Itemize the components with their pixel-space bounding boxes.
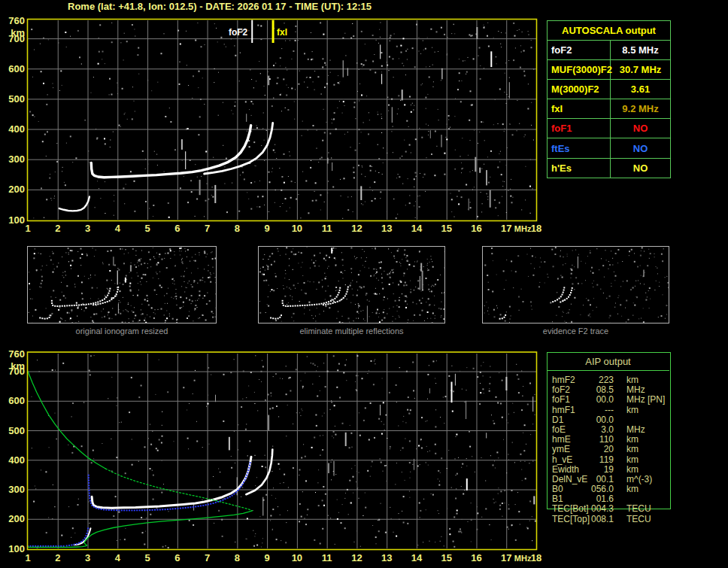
x-tick-label: 18 [531,552,541,563]
aip-row-B0: B0056.0km [548,484,670,494]
parameter-unit: MHz [626,394,645,405]
y-tick-label: 200 [8,184,25,195]
parameter-name: foE [552,424,566,435]
parameter-unit: m^(-3) [626,474,652,484]
y-axis-unit-label: km [11,360,25,372]
parameter-name: hmE [552,434,571,445]
thumb-series-F2-ordinary-trace [51,288,111,307]
parameter-unit: km [626,454,639,465]
parameter-unit: TECU [626,514,651,524]
x-tick-label: 6 [174,552,180,563]
aip-table-title: AIP output [547,352,669,371]
parameter-name: foF1 [552,394,570,405]
thumbnail-caption-reflections: eliminate multiple reflections [258,327,445,336]
parameter-value: NO [611,138,670,157]
x-tick-label: 2 [55,552,60,563]
parameter-value: --- [579,405,614,415]
y-tick-label: 600 [8,63,25,74]
aip-row-DelN_vE: DelN_vE00.1m^(-3) [548,474,670,484]
parameter-unit: km [626,375,639,385]
parameter-name: ymE [552,444,570,454]
aip-row-foF2: foF208.5MHz [548,384,670,394]
autoscala-row-M(3000)F2: M(3000)F23.61 [548,80,670,99]
parameter-name: MUF(3000)F2 [548,60,611,79]
thumb-series-E-trace [270,314,282,320]
x-tick-label: 11 [322,552,332,563]
noise-layer [29,248,216,323]
y-tick-label: 400 [8,454,25,466]
series-F2-ordinary-trace [92,457,251,508]
parameter-value: 008.1 [579,514,614,524]
parameter-value: 20 [579,444,614,454]
parameter-unit: MHz [626,384,645,395]
thumb-series-F2-ordinary-trace [282,287,341,307]
parameter-name: Ewidth [552,464,579,475]
x-tick-label: 3 [85,223,90,234]
parameter-value: 056.0 [579,484,614,494]
aip-row-hmF1: hmF1---km [548,405,670,415]
x-tick-label: 1 [25,223,30,234]
autoscala-row-ftEs: ftEsNO [548,138,670,158]
aip-row-hmE: hmE110km [548,434,670,444]
autoscala-row-fxI: fxI9.2 MHz [548,99,670,119]
y-tick-label: 100 [8,543,25,554]
y-tick-label: 300 [8,153,25,165]
x-tick-label: 9 [265,223,270,234]
parameter-value: NO [611,119,670,138]
aip-row-ymE: ymE20km [548,444,670,454]
parameter-name: B0 [552,484,563,494]
x-tick-label: 3 [85,552,90,563]
x-tick-label: 5 [144,223,150,234]
parameter-name: foF2 [552,384,570,395]
parameter-name: B1 [552,494,563,504]
x-tick-label: 15 [441,552,451,563]
x-tick-label: 7 [205,552,210,563]
x-tick-label: 15 [441,223,451,234]
x-tick-label: 9 [265,552,270,563]
x-tick-label: 12 [351,552,362,563]
autoscala-table-title: AUTOSCALA output [548,21,670,41]
autoscala-row-h'Es: h'EsNO [548,159,670,178]
autoscala-row-foF1: foF1NO [548,119,670,138]
noise-layer [259,247,444,323]
y-tick-label: 760 [8,348,25,360]
y-tick-label: 300 [8,484,25,495]
parameter-value: 00.0 [579,415,614,425]
parameter-unit: km [626,405,639,415]
y-tick-label: 400 [8,123,25,135]
x-tick-label: 7 [205,223,210,234]
thumbnail-caption-original: original ionogram resized [27,327,217,336]
aip-row-foF1: foF100.0MHz[PN] [548,394,670,404]
y-tick-label: 500 [8,425,25,436]
x-tick-label: 6 [174,223,180,234]
x-tick-label: 4 [115,223,121,234]
parameter-value: 223 [579,375,614,385]
thumbnail-original-ionogram [27,246,217,323]
parameter-unit: km [626,464,639,475]
x-tick-label: 14 [411,223,423,234]
thumbnail-caption-f2-trace: evidence F2 trace [482,327,669,336]
y-tick-label: 100 [8,214,25,226]
x-tick-label: 17 [501,552,511,563]
parameter-flag: [PN] [648,394,665,405]
parameter-value: 08.5 [579,384,614,395]
y-tick-label: 600 [8,395,25,406]
x-tick-label: 10 [292,552,302,563]
noise-layer [484,247,669,323]
x-tick-label: 14 [411,552,423,563]
parameter-name: h'Es [548,159,611,178]
parameter-value: 004.3 [579,503,614,514]
ionogram-panel-bottom: 760700600500400300200100km12345678910111… [8,348,541,564]
autoscala-row-MUF(3000)F2: MUF(3000)F230.7 MHz [548,60,670,80]
aip-row-TEC[Bot]: TEC[Bot]004.3TECU [548,503,670,513]
grid [28,354,536,548]
autoscala-row-foF2: foF28.5 MHz [548,41,670,60]
y-tick-label: 760 [8,15,25,26]
parameter-value: 3.0 [579,424,614,435]
parameter-value: 119 [579,454,614,465]
y-tick-label: 200 [8,513,25,524]
parameter-name: M(3000)F2 [548,80,611,99]
aip-row-D1: D100.0 [548,415,670,424]
foF2-marker-label: foF2 [229,27,248,38]
series-fitted-trace-E-flat [27,545,65,547]
